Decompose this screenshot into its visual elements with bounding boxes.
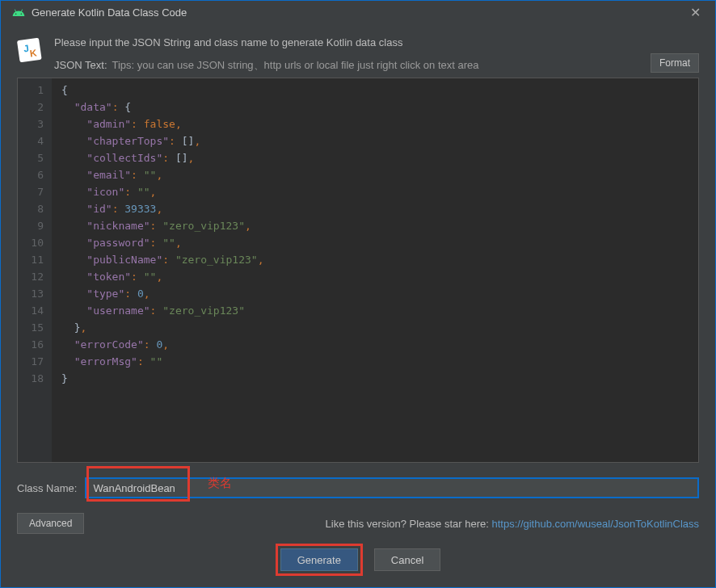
android-icon bbox=[12, 6, 25, 19]
code-area[interactable]: { "data": { "admin": false, "chapterTops… bbox=[52, 78, 698, 462]
button-row: Generate Cancel bbox=[1, 544, 715, 587]
class-name-input[interactable] bbox=[85, 477, 699, 498]
advanced-button[interactable]: Advanced bbox=[17, 513, 84, 534]
format-button[interactable]: Format bbox=[651, 53, 699, 73]
star-text: Like this version? Please star here: htt… bbox=[326, 518, 699, 530]
code-line[interactable]: "icon": "", bbox=[61, 183, 698, 200]
jk-plugin-icon: J K bbox=[17, 36, 44, 64]
code-line[interactable]: "errorMsg": "" bbox=[61, 353, 698, 370]
code-line[interactable]: "type": 0, bbox=[61, 285, 698, 302]
code-line[interactable]: } bbox=[61, 370, 698, 387]
line-number: 3 bbox=[18, 116, 44, 132]
code-line[interactable]: }, bbox=[61, 319, 698, 336]
line-number: 16 bbox=[18, 336, 44, 353]
line-number-gutter: 123456789101112131415161718 bbox=[18, 78, 52, 462]
code-line[interactable]: "publicName": "zero_vip123", bbox=[61, 251, 698, 268]
class-name-row: Class Name: 类名 bbox=[1, 471, 715, 513]
json-text-tips: Tips: you can use JSON string、http urls … bbox=[112, 58, 479, 73]
line-number: 4 bbox=[18, 132, 44, 149]
code-line[interactable]: "collectIds": [], bbox=[61, 149, 698, 166]
dialog-title: Generate Kotlin Data Class Code bbox=[32, 6, 187, 19]
code-line[interactable]: "admin": false, bbox=[61, 116, 698, 132]
code-line[interactable]: "errorCode": 0, bbox=[61, 336, 698, 353]
cancel-button[interactable]: Cancel bbox=[374, 548, 440, 571]
code-line[interactable]: "username": "zero_vip123" bbox=[61, 302, 698, 319]
footer: Advanced Like this version? Please star … bbox=[1, 513, 715, 544]
line-number: 8 bbox=[18, 200, 44, 217]
annotation-box-generate: Generate bbox=[276, 544, 363, 576]
json-text-label: JSON Text: bbox=[54, 59, 107, 71]
code-line[interactable]: { bbox=[61, 82, 698, 99]
code-line[interactable]: "data": { bbox=[61, 99, 698, 116]
close-icon[interactable]: ✕ bbox=[687, 5, 704, 20]
annotation-text: 类名 bbox=[208, 476, 232, 491]
class-name-label: Class Name: bbox=[17, 482, 77, 494]
line-number: 2 bbox=[18, 99, 44, 116]
star-link[interactable]: https://github.com/wuseal/JsonToKotlinCl… bbox=[491, 518, 699, 530]
title-left: Generate Kotlin Data Class Code bbox=[12, 6, 187, 19]
json-text-row: JSON Text: Tips: you can use JSON string… bbox=[54, 58, 699, 73]
line-number: 5 bbox=[18, 149, 44, 166]
line-number: 13 bbox=[18, 285, 44, 302]
json-editor[interactable]: 123456789101112131415161718 { "data": { … bbox=[17, 78, 699, 463]
code-line[interactable]: "email": "", bbox=[61, 166, 698, 183]
line-number: 15 bbox=[18, 319, 44, 336]
header-text: Please input the JSON String and class n… bbox=[54, 36, 699, 73]
line-number: 6 bbox=[18, 166, 44, 183]
line-number: 18 bbox=[18, 370, 44, 387]
star-prompt: Like this version? Please star here: bbox=[326, 518, 492, 530]
header-instruction: Please input the JSON String and class n… bbox=[54, 36, 699, 48]
title-bar: Generate Kotlin Data Class Code ✕ bbox=[1, 1, 715, 25]
line-number: 9 bbox=[18, 217, 44, 234]
code-line[interactable]: "nickname": "zero_vip123", bbox=[61, 217, 698, 234]
line-number: 1 bbox=[18, 82, 44, 99]
line-number: 14 bbox=[18, 302, 44, 319]
code-line[interactable]: "token": "", bbox=[61, 268, 698, 285]
code-line[interactable]: "password": "", bbox=[61, 234, 698, 251]
code-line[interactable]: "id": 39333, bbox=[61, 200, 698, 217]
line-number: 17 bbox=[18, 353, 44, 370]
dialog-window: Generate Kotlin Data Class Code ✕ J K Pl… bbox=[0, 0, 716, 588]
line-number: 10 bbox=[18, 234, 44, 251]
line-number: 11 bbox=[18, 251, 44, 268]
generate-button[interactable]: Generate bbox=[280, 548, 358, 571]
code-line[interactable]: "chapterTops": [], bbox=[61, 132, 698, 149]
line-number: 7 bbox=[18, 183, 44, 200]
header: J K Please input the JSON String and cla… bbox=[1, 25, 715, 76]
line-number: 12 bbox=[18, 268, 44, 285]
